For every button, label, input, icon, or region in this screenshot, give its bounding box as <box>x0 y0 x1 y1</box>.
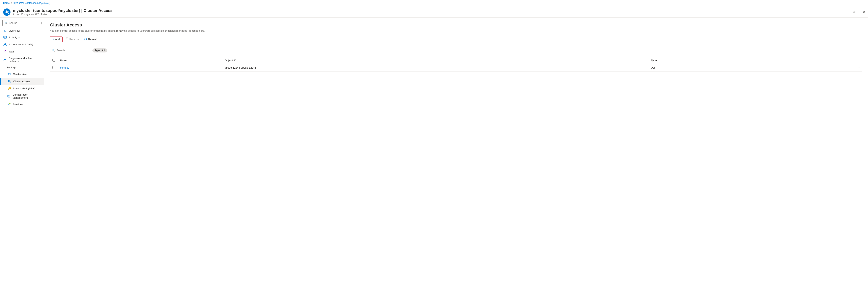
remove-icon <box>66 37 68 41</box>
remove-button[interactable]: Remove <box>63 36 81 42</box>
favorite-button[interactable]: ☆ <box>851 9 857 15</box>
filter-search-box[interactable]: 🔍 <box>50 48 90 53</box>
page-header: mycluster (contosopool/mycluster) | Clus… <box>0 6 868 18</box>
sidebar-search-row: 🔍 《 <box>0 19 44 27</box>
svg-rect-19 <box>66 38 68 40</box>
settings-section[interactable]: ⌄ Settings <box>0 64 44 70</box>
add-button-label: Add <box>55 38 60 41</box>
sidebar-item-activity-label: Activity log <box>9 36 21 39</box>
svg-line-9 <box>5 58 6 60</box>
access-control-icon <box>3 42 7 47</box>
cluster-access-icon <box>7 80 11 83</box>
content-title: Cluster Access <box>50 22 862 28</box>
refresh-icon <box>84 37 87 41</box>
filter-search-icon: 🔍 <box>52 49 55 52</box>
table-row: contoso abcde-12345-abcde-12345 User ⋯ <box>50 64 862 71</box>
row-checkbox-cell <box>50 64 58 71</box>
row-name-cell: contoso <box>58 64 222 71</box>
table-header-row: Name Object ID Type <box>50 57 862 64</box>
close-button[interactable]: ✕ <box>863 10 866 14</box>
sidebar-item-overview-label: Overview <box>9 29 20 32</box>
svg-point-6 <box>4 51 5 51</box>
page-title: mycluster (contosopool/mycluster) | Clus… <box>13 8 113 13</box>
main-layout: 🔍 《 ⚙ Overview Activity log <box>0 18 868 295</box>
refresh-button-label: Refresh <box>88 38 97 41</box>
row-checkbox[interactable] <box>53 66 55 69</box>
sidebar-item-access-label: Access control (IAM) <box>9 43 33 46</box>
table-header-type: Type <box>649 57 775 64</box>
sidebar-item-tags-label: Tags <box>9 50 14 53</box>
breadcrumb-sep: > <box>11 2 12 4</box>
config-icon <box>7 94 10 98</box>
overview-icon: ⚙ <box>3 29 7 32</box>
filter-row: 🔍 Type : All <box>50 48 862 53</box>
sidebar-item-services-label: Services <box>13 103 23 106</box>
svg-point-13 <box>8 80 10 81</box>
sidebar-item-ssh-label: Secure shell (SSH) <box>13 87 35 90</box>
svg-point-5 <box>4 43 5 44</box>
sidebar: 🔍 《 ⚙ Overview Activity log <box>0 18 44 295</box>
sidebar-item-cluster-access[interactable]: Cluster Access <box>0 78 44 85</box>
ssh-icon: 🔑 <box>7 87 11 90</box>
page-subtitle: Azure HDInsight on AKS cluster <box>13 13 113 16</box>
sidebar-item-activity-log[interactable]: Activity log <box>0 34 44 41</box>
select-all-checkbox[interactable] <box>53 59 55 62</box>
row-type-cell: User <box>649 64 775 71</box>
sidebar-item-ssh[interactable]: 🔑 Secure shell (SSH) <box>0 85 44 92</box>
svg-line-7 <box>4 59 5 61</box>
add-icon: + <box>53 38 54 41</box>
svg-point-0 <box>6 10 7 12</box>
sidebar-item-overview[interactable]: ⚙ Overview <box>0 27 44 34</box>
sidebar-search-icon: 🔍 <box>5 22 8 24</box>
activity-log-icon <box>3 35 7 39</box>
row-object-id: abcde-12345-abcde-12345 <box>225 66 256 69</box>
sidebar-item-diagnose-label: Diagnose and solve problems <box>9 57 41 63</box>
settings-label: Settings <box>7 66 16 69</box>
sidebar-search-input[interactable] <box>9 21 34 24</box>
row-type: User <box>651 66 656 69</box>
row-object-id-cell: abcde-12345-abcde-12345 <box>222 64 649 71</box>
filter-search-input[interactable] <box>57 49 88 52</box>
table-header-actions-col <box>775 57 862 64</box>
row-name-link[interactable]: contoso <box>60 66 69 69</box>
cluster-size-icon <box>7 72 11 76</box>
type-filter-badge[interactable]: Type : All <box>92 49 107 53</box>
table-header-object-id: Object ID <box>222 57 649 64</box>
svg-rect-14 <box>8 95 10 97</box>
table-header-name: Name <box>58 57 222 64</box>
sidebar-item-access-control[interactable]: Access control (IAM) <box>0 41 44 48</box>
svg-rect-10 <box>8 73 10 75</box>
settings-collapse-icon: ⌄ <box>3 66 5 69</box>
sidebar-item-tags[interactable]: Tags <box>0 48 44 55</box>
data-table: Name Object ID Type contoso abcde-12345-… <box>50 57 862 71</box>
row-more-actions[interactable]: ⋯ <box>775 64 862 71</box>
sidebar-item-diagnose[interactable]: Diagnose and solve problems <box>0 55 44 64</box>
settings-sub-items: Cluster size Cluster Access 🔑 Secure she… <box>0 70 44 108</box>
breadcrumb: Home > mycluster (contosopool/mycluster) <box>0 0 868 6</box>
breadcrumb-current[interactable]: mycluster (contosopool/mycluster) <box>13 2 50 4</box>
svg-rect-2 <box>4 36 6 38</box>
content-description: You can control access to the cluster en… <box>50 29 231 32</box>
diagnose-icon <box>3 58 7 62</box>
refresh-button[interactable]: Refresh <box>82 36 100 42</box>
services-icon <box>7 102 11 106</box>
collapse-sidebar-button[interactable]: 《 <box>38 21 43 26</box>
header-text: mycluster (contosopool/mycluster) | Clus… <box>13 8 113 16</box>
add-button[interactable]: + Add <box>50 36 63 42</box>
remove-button-label: Remove <box>69 38 79 41</box>
sidebar-item-config[interactable]: Configuration Management <box>0 92 44 101</box>
toolbar: + Add Remove <box>50 36 862 45</box>
sidebar-item-config-label: Configuration Management <box>12 93 41 99</box>
sidebar-item-services[interactable]: Services <box>0 101 44 108</box>
sidebar-item-cluster-size[interactable]: Cluster size <box>0 70 44 78</box>
svg-point-1 <box>7 11 9 12</box>
header-icon <box>3 8 10 16</box>
svg-point-17 <box>8 103 9 104</box>
breadcrumb-home[interactable]: Home <box>3 2 10 4</box>
sidebar-search-box[interactable]: 🔍 <box>2 20 36 26</box>
svg-point-18 <box>9 103 10 104</box>
content-area: Cluster Access You can control access to… <box>44 18 868 295</box>
tags-icon <box>3 50 7 54</box>
sidebar-item-cluster-access-label: Cluster Access <box>13 80 30 83</box>
sidebar-item-cluster-size-label: Cluster size <box>13 72 27 76</box>
